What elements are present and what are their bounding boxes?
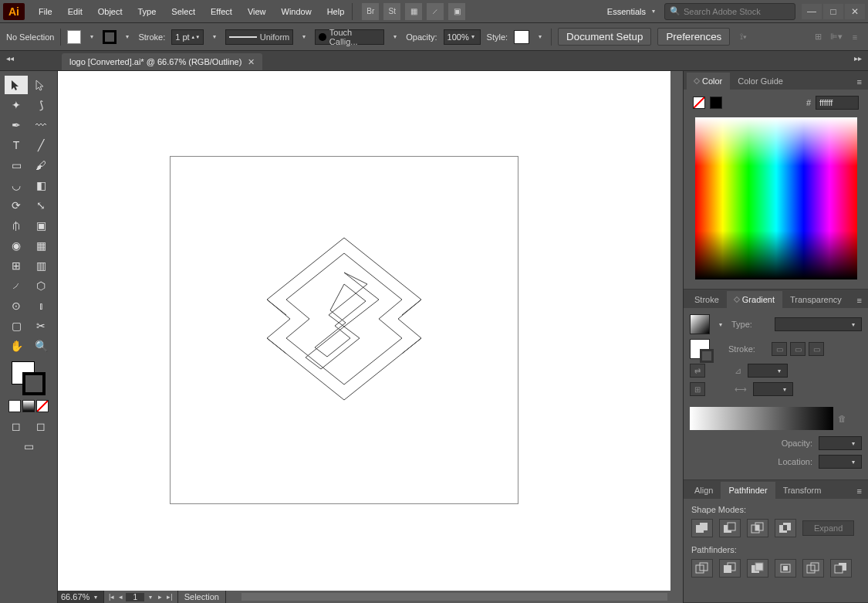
tab-color-guide[interactable]: Color Guide (730, 73, 791, 90)
magic-wand-tool[interactable]: ✦ (5, 96, 28, 114)
tab-pathfinder[interactable]: Pathfinder (721, 482, 775, 499)
prev-artboard-button[interactable]: ◂ (117, 593, 124, 601)
minus-front-button[interactable] (719, 519, 741, 537)
arrange-icon[interactable]: ▦ (405, 3, 422, 20)
chevron-down-icon[interactable]: ▾ (146, 594, 155, 601)
lasso-tool[interactable]: ⟆ (29, 96, 52, 114)
document-setup-button[interactable]: Document Setup (558, 28, 651, 46)
align-to-icon[interactable]: ⟟▾ (736, 30, 750, 44)
selection-tool[interactable] (5, 76, 28, 94)
fill-swatch[interactable] (67, 30, 81, 44)
slice-tool[interactable]: ✂ (29, 317, 52, 335)
zoom-tool[interactable]: 🔍 (29, 337, 52, 355)
panel-menu-icon[interactable]: ≡ (851, 293, 868, 308)
stroke-profile-select[interactable]: Uniform (225, 29, 293, 45)
draw-mode-behind[interactable]: ◻ (29, 417, 52, 435)
pen-tool[interactable]: ✒ (5, 116, 28, 134)
close-button[interactable]: ✕ (845, 4, 865, 19)
tab-color[interactable]: Color (687, 73, 730, 90)
free-transform-tool[interactable]: ▣ (29, 216, 52, 235)
hand-tool[interactable]: ✋ (5, 337, 28, 355)
line-tool[interactable]: ╱ (29, 136, 52, 154)
trim-button[interactable] (719, 559, 741, 578)
menu-edit[interactable]: Edit (60, 2, 90, 21)
collapse-right-icon[interactable]: ▸▸ (854, 54, 862, 63)
last-artboard-button[interactable]: ▸| (165, 593, 174, 601)
workspace-switcher[interactable]: Essentials▾ (601, 4, 664, 19)
gradient-slider[interactable] (690, 407, 833, 430)
preferences-button[interactable]: Preferences (657, 28, 730, 46)
graph-tool[interactable]: ⫾ (29, 296, 52, 315)
curvature-tool[interactable]: 〰 (29, 116, 52, 134)
menu-select[interactable]: Select (164, 2, 203, 21)
gradient-mode-icon[interactable] (22, 400, 35, 412)
graphic-style-swatch[interactable] (514, 30, 529, 44)
artboard-number-input[interactable]: 1 (126, 593, 144, 601)
eyedropper-tool[interactable]: ⟋ (5, 276, 28, 295)
none-swatch-icon[interactable] (693, 97, 705, 109)
gpu-icon[interactable]: ⟋ (427, 3, 444, 20)
chevron-down-icon[interactable]: ▾ (390, 33, 400, 40)
tab-transparency[interactable]: Transparency (782, 291, 849, 308)
shape-builder-tool[interactable]: ◉ (5, 236, 28, 255)
canvas-area[interactable]: 66.67%▾ |◂ ◂ 1 ▾ ▸ ▸| Selection (58, 71, 683, 603)
rectangle-tool[interactable]: ▭ (5, 156, 28, 174)
chevron-down-icon[interactable]: ▾ (210, 33, 219, 40)
direct-selection-tool[interactable] (29, 76, 52, 94)
minimize-button[interactable]: ― (802, 4, 822, 19)
menu-help[interactable]: Help (319, 2, 353, 21)
menu-type[interactable]: Type (130, 2, 164, 21)
chevron-down-icon[interactable]: ▾ (535, 33, 545, 40)
tab-gradient[interactable]: Gradient (727, 291, 782, 308)
stroke-color-swatch[interactable] (22, 372, 46, 395)
stop-location-input[interactable]: ▾ (819, 455, 862, 469)
divide-button[interactable] (691, 559, 713, 578)
gradient-fill-stroke[interactable] (690, 339, 710, 359)
type-tool[interactable]: T (5, 136, 28, 154)
aspect-ratio-icon[interactable]: ⊞ (690, 382, 705, 396)
gradient-thumbnail[interactable] (690, 314, 710, 334)
mesh-tool[interactable]: ⊞ (5, 256, 28, 275)
trash-icon[interactable]: 🗑 (838, 414, 846, 423)
blend-tool[interactable]: ⬡ (29, 276, 52, 295)
panel-menu-icon[interactable]: ≡ (851, 483, 868, 499)
stock-icon[interactable]: St (383, 3, 400, 20)
fill-stroke-control[interactable] (12, 361, 46, 395)
perspective-tool[interactable]: ▦ (29, 236, 52, 255)
symbol-sprayer-tool[interactable]: ⊙ (5, 296, 28, 315)
horizontal-scrollbar[interactable] (241, 593, 667, 601)
search-stock-input[interactable]: 🔍 Search Adobe Stock (664, 3, 795, 20)
collapse-left-icon[interactable]: ◂◂ (6, 54, 14, 63)
black-swatch-icon[interactable] (710, 97, 722, 109)
stroke-along-icon[interactable]: ▭ (790, 342, 806, 356)
hex-input[interactable] (816, 96, 859, 110)
reverse-gradient-icon[interactable]: ⇄ (690, 364, 705, 378)
intersect-button[interactable] (747, 519, 768, 537)
shaper-tool[interactable]: ◡ (5, 176, 28, 195)
minus-back-button[interactable] (830, 559, 852, 578)
vertical-scrollbar[interactable] (670, 71, 683, 591)
maximize-button[interactable]: □ (823, 4, 843, 19)
rotate-tool[interactable]: ⟳ (5, 196, 28, 215)
artboard-tool[interactable]: ▢ (5, 317, 28, 335)
panel-menu-icon[interactable]: ≡ (851, 74, 868, 90)
next-artboard-button[interactable]: ▸ (157, 593, 164, 601)
stroke-swatch[interactable] (103, 30, 117, 44)
chevron-down-icon[interactable]: ▾ (87, 33, 96, 40)
chevron-down-icon[interactable]: ▾ (716, 321, 725, 328)
tab-transform[interactable]: Transform (775, 482, 829, 499)
tab-stroke[interactable]: Stroke (687, 291, 727, 308)
document-tab[interactable]: logo [Converted].ai* @ 66.67% (RGB/Outli… (62, 53, 262, 70)
stroke-across-icon[interactable]: ▭ (809, 342, 824, 356)
outline-button[interactable] (802, 559, 824, 578)
brush-select[interactable]: Touch Callig... (315, 29, 384, 45)
zoom-level-input[interactable]: 66.67%▾ (58, 591, 104, 603)
exclude-button[interactable] (775, 519, 796, 537)
gradient-tool[interactable]: ▥ (29, 256, 52, 275)
opacity-input[interactable]: 100%▾ (444, 29, 481, 45)
color-mode-icon[interactable] (8, 400, 21, 412)
menu-file[interactable]: File (31, 2, 60, 21)
menu-view[interactable]: View (240, 2, 274, 21)
doc-icon[interactable]: ▣ (448, 3, 465, 20)
options-icon[interactable]: ≡ (848, 30, 862, 44)
